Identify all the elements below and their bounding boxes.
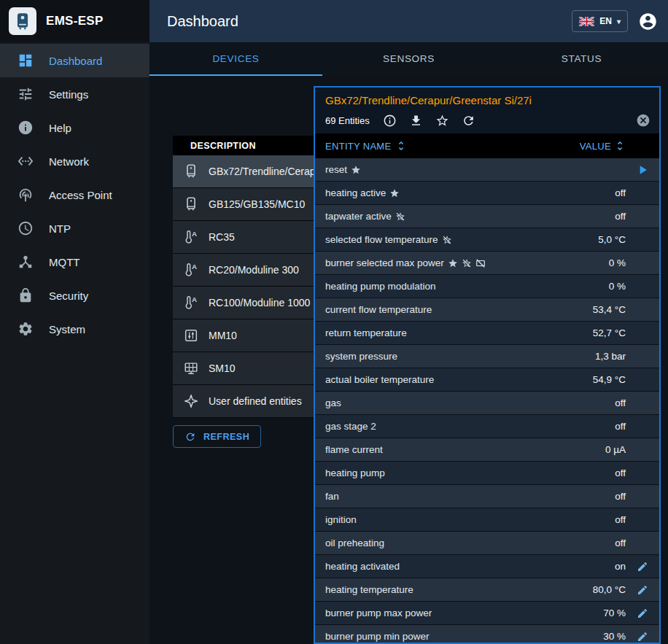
entities-list: reset heating a — [315, 158, 659, 644]
language-label: EN — [599, 16, 612, 26]
refresh-button[interactable]: REFRESH — [173, 425, 261, 448]
sort-by-name[interactable]: ENTITY NAME — [325, 140, 407, 152]
boiler-logo-icon — [9, 7, 36, 35]
sidebar-item-label: Help — [49, 122, 71, 134]
language-selector[interactable]: EN ▾ — [572, 10, 628, 32]
solar-module-icon — [183, 360, 199, 376]
entity-name: system pressure — [325, 351, 397, 362]
favorites-star-icon[interactable] — [435, 114, 449, 128]
entity-value: 0 % — [436, 281, 626, 292]
close-icon[interactable] — [636, 113, 650, 128]
device-name: RC35 — [209, 231, 235, 243]
sort-icon — [614, 140, 626, 152]
sidebar-item-access-point[interactable]: Access Point — [0, 178, 149, 212]
sort-icon — [395, 140, 407, 152]
star-off-icon — [462, 258, 472, 268]
entity-value: off — [376, 421, 626, 432]
favorite-star-icon — [448, 258, 458, 268]
lock-icon — [18, 287, 34, 303]
sidebar-item-mqtt[interactable]: MQTT — [0, 245, 149, 279]
entity-name: gas stage 2 — [325, 421, 376, 432]
sidebar-item-system[interactable]: System — [0, 312, 149, 346]
entity-row[interactable]: reset — [315, 158, 659, 182]
entity-row[interactable]: ignition off — [315, 508, 659, 532]
edit-icon[interactable] — [637, 631, 648, 643]
entity-name: selected flow temperature — [325, 234, 438, 245]
entity-row[interactable]: burner selected max power 0 % — [315, 252, 659, 275]
entity-value: 1,3 bar — [397, 351, 626, 362]
device-name: RC20/Moduline 300 — [209, 264, 299, 276]
tab-sensors[interactable]: SENSORS — [322, 42, 495, 76]
run-command-icon[interactable] — [635, 163, 650, 177]
entity-row[interactable]: tapwater active off — [315, 205, 659, 228]
entity-row[interactable]: return temperature 52,7 °C — [315, 322, 659, 345]
sidebar-item-help[interactable]: Help — [0, 111, 149, 144]
device-name: MM10 — [209, 330, 237, 341]
entity-value: off — [357, 514, 626, 525]
entity-name: flame current — [325, 444, 383, 455]
entity-name: ignition — [325, 514, 357, 525]
info-icon[interactable] — [383, 114, 397, 128]
edit-icon[interactable] — [637, 608, 648, 619]
download-icon[interactable] — [409, 114, 423, 128]
entity-row[interactable]: heating temperature 80,0 °C — [315, 578, 659, 602]
entity-row[interactable]: selected flow temperature 5,0 °C — [315, 228, 659, 252]
sidebar-item-label: MQTT — [49, 256, 80, 268]
entity-value: 5,0 °C — [452, 234, 626, 245]
tab-status[interactable]: STATUS — [495, 42, 668, 76]
entity-row[interactable]: flame current 0 µA — [315, 438, 659, 462]
device-name: GB125/GB135/MC10 — [209, 198, 305, 210]
entity-name: oil preheating — [325, 538, 384, 548]
device-name: User defined entities — [209, 395, 302, 407]
gear-icon — [18, 321, 34, 337]
sort-by-value[interactable]: VALUE — [407, 140, 626, 152]
entity-name: current flow temperature — [325, 304, 432, 315]
refresh-icon[interactable] — [462, 114, 475, 128]
svg-text:A: A — [192, 230, 197, 238]
edit-icon[interactable] — [637, 561, 648, 573]
entity-row[interactable]: heating active off — [315, 182, 659, 205]
sidebar-item-network[interactable]: Network — [0, 144, 149, 178]
account-icon[interactable] — [638, 12, 658, 31]
entity-row[interactable]: heating activated on — [315, 555, 659, 578]
entity-row[interactable]: system pressure 1,3 bar — [315, 345, 659, 368]
entity-row[interactable]: burner pump max power 70 % — [315, 602, 659, 625]
entity-row[interactable]: burner pump min power 30 % — [315, 625, 659, 644]
entity-row[interactable]: actual boiler temperature 54,9 °C — [315, 368, 659, 392]
tab-devices[interactable]: DEVICES — [149, 42, 322, 76]
entity-row[interactable]: fan off — [315, 485, 659, 508]
uk-flag-icon — [579, 17, 594, 26]
entity-row[interactable]: heating pump modulation 0 % — [315, 275, 659, 298]
star-off-icon — [395, 212, 405, 222]
entity-name-column-label: ENTITY NAME — [325, 141, 391, 152]
tab-label: SENSORS — [383, 53, 435, 64]
entity-name: heating pump modulation — [325, 281, 436, 292]
sidebar-item-dashboard[interactable]: Dashboard — [0, 44, 149, 77]
entity-value: 53,4 °C — [432, 304, 626, 315]
device-type-icon — [183, 163, 199, 179]
entity-value: 52,7 °C — [407, 327, 626, 338]
tab-bar: DEVICES SENSORS STATUS — [149, 42, 668, 76]
entity-row[interactable]: gas off — [315, 392, 659, 415]
tab-label: DEVICES — [212, 53, 259, 64]
boiler-icon — [183, 196, 199, 212]
edit-icon[interactable] — [637, 584, 648, 596]
entity-name: heating pump — [325, 468, 385, 478]
entity-value: 54,9 °C — [434, 374, 626, 385]
entity-row[interactable]: heating pump off — [315, 462, 659, 485]
entity-row[interactable]: oil preheating off — [315, 532, 659, 555]
entity-row[interactable]: current flow temperature 53,4 °C — [315, 298, 659, 322]
sidebar-item-ntp[interactable]: NTP — [0, 212, 149, 245]
device-type-icon: A — [183, 262, 199, 278]
tab-label: STATUS — [562, 53, 602, 64]
sidebar-item-security[interactable]: Security — [0, 279, 149, 312]
favorite-star-icon — [389, 188, 400, 198]
device-name: RC100/Moduline 1000 — [209, 297, 310, 309]
favorite-star-icon — [351, 165, 361, 175]
entity-name: return temperature — [325, 327, 407, 338]
entity-value: off — [405, 211, 626, 222]
sidebar-nav: Dashboard Settings Help Network Access P… — [0, 42, 149, 346]
sidebar-item-settings[interactable]: Settings — [0, 77, 149, 111]
entity-value: 0 % — [486, 257, 626, 268]
entity-row[interactable]: gas stage 2 off — [315, 415, 659, 438]
